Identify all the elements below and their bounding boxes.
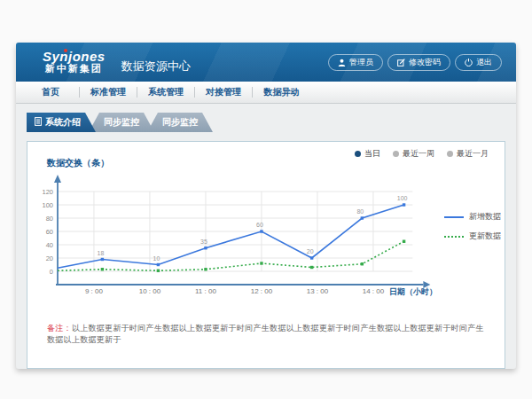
svg-text:20: 20: [46, 254, 53, 262]
user-icon: [338, 59, 346, 66]
legend-line-solid: [444, 216, 464, 218]
power-icon: [465, 59, 473, 66]
radio-last-month[interactable]: 最近一月: [447, 148, 489, 160]
svg-text:11 : 00: 11 : 00: [195, 287, 216, 295]
main-nav: 首页 标准管理 系统管理 对接管理 数据异动: [16, 82, 516, 104]
svg-text:35: 35: [200, 239, 207, 245]
footnote: 备注：以上数据更新于时间产生数据以上数据更新于时间产生数据以上数据更新于时间产生…: [47, 323, 490, 346]
svg-text:18: 18: [98, 250, 105, 256]
legend-updated-data: 更新数据: [444, 231, 501, 242]
svg-text:日期（小时）: 日期（小时）: [389, 287, 437, 296]
user-button[interactable]: 管理员: [328, 54, 383, 71]
radio-dot: [393, 151, 399, 157]
page-title: 数据资源中心: [121, 59, 191, 74]
nav-item-connect-mgmt[interactable]: 对接管理: [195, 87, 253, 98]
radio-dot: [355, 151, 361, 157]
radio-today[interactable]: 当日: [355, 148, 380, 160]
svg-text:14 : 00: 14 : 00: [363, 287, 385, 295]
svg-text:100: 100: [42, 201, 53, 209]
tab-system-intro[interactable]: 系统介绍: [27, 113, 96, 132]
brand-logo: Synjones 新中新集团: [43, 50, 106, 74]
nav-item-home[interactable]: 首页: [22, 87, 80, 98]
svg-text:80: 80: [46, 215, 53, 223]
svg-text:80: 80: [356, 208, 364, 215]
svg-text:60: 60: [256, 222, 263, 228]
nav-item-standard-mgmt[interactable]: 标准管理: [80, 87, 137, 98]
content-area: 系统介绍 同步监控 同步监控 当日 最近一周 最近一月 数据交换（条） 0204…: [16, 113, 516, 378]
brand-logo-en: Synjones: [43, 50, 106, 64]
user-menu: 管理员 修改密码 退出: [328, 54, 502, 71]
svg-text:10: 10: [153, 255, 160, 262]
chart-legend: 新增数据 更新数据: [444, 211, 501, 242]
logout-button[interactable]: 退出: [455, 54, 502, 71]
legend-line-dotted: [444, 236, 464, 238]
radio-last-week[interactable]: 最近一周: [393, 148, 434, 160]
line-chart: 0204060801001209 : 0010 : 0011 : 0012 : …: [31, 172, 439, 296]
svg-text:60: 60: [46, 228, 53, 236]
tab-bar: 系统介绍 同步监控 同步监控: [27, 113, 516, 132]
svg-text:10 : 00: 10 : 00: [139, 287, 161, 295]
nav-item-system-mgmt[interactable]: 系统管理: [137, 87, 195, 98]
header: Synjones 新中新集团 数据资源中心 管理员 修改密码 退出: [16, 43, 516, 82]
svg-text:40: 40: [46, 241, 53, 249]
footnote-prefix: 备注：: [47, 324, 72, 332]
nav-item-data-change[interactable]: 数据异动: [253, 87, 310, 98]
tab-sync-monitor-1[interactable]: 同步监控: [89, 113, 154, 132]
time-range-radios: 当日 最近一周 最近一月: [355, 148, 489, 160]
edit-icon: [397, 59, 405, 66]
footnote-text: 以上数据更新于时间产生数据以上数据更新于时间产生数据以上数据更新于时间产生数据以…: [47, 324, 484, 344]
chart-svg: 0204060801001209 : 0010 : 0011 : 0012 : …: [31, 172, 439, 296]
svg-text:12 : 00: 12 : 00: [251, 287, 273, 295]
svg-text:20: 20: [307, 248, 314, 254]
chart-y-axis-title: 数据交换（条）: [47, 157, 109, 169]
tab-sync-monitor-2[interactable]: 同步监控: [147, 113, 213, 132]
change-password-button[interactable]: 修改密码: [387, 54, 450, 71]
svg-text:13 : 00: 13 : 00: [307, 287, 329, 295]
legend-new-data: 新增数据: [444, 211, 501, 223]
app-window: Synjones 新中新集团 数据资源中心 管理员 修改密码 退出: [16, 43, 516, 369]
svg-text:100: 100: [397, 195, 408, 201]
svg-text:120: 120: [42, 188, 53, 196]
radio-dot: [447, 151, 453, 157]
chart-panel: 当日 最近一周 最近一月 数据交换（条） 0204060801001209 : …: [27, 141, 505, 369]
svg-text:9 : 00: 9 : 00: [85, 287, 104, 295]
brand-logo-cn: 新中新集团: [43, 64, 106, 74]
svg-text:0: 0: [50, 268, 53, 276]
document-icon: [35, 117, 42, 128]
